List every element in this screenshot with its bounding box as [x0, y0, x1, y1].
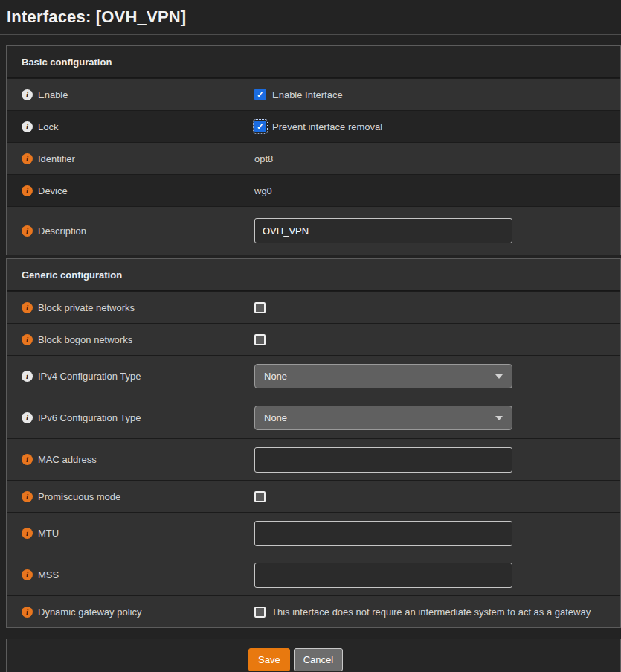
form-row-promiscuous-mode: iPromiscuous mode	[7, 480, 620, 512]
form-row-mtu: iMTU	[7, 512, 620, 554]
form-row-enable: iEnable✓Enable Interface	[7, 78, 620, 110]
info-icon[interactable]: i	[22, 334, 33, 345]
ipv6-configuration-type-label-col: iIPv6 Configuration Type	[22, 412, 254, 423]
save-button[interactable]: Save	[248, 648, 290, 671]
ipv6-configuration-type-control-col: None	[254, 406, 620, 430]
mss-label: MSS	[38, 569, 59, 580]
block-bogon-networks-label-col: iBlock bogon networks	[22, 334, 254, 345]
section-title: Basic configuration	[7, 46, 620, 78]
device-label-col: iDevice	[22, 185, 254, 196]
info-icon[interactable]: i	[22, 89, 33, 100]
info-icon[interactable]: i	[22, 302, 33, 313]
cancel-button[interactable]: Cancel	[294, 648, 343, 671]
description-input[interactable]	[254, 218, 512, 243]
form-row-block-private-networks: iBlock private networks	[7, 291, 620, 323]
mac-address-label: MAC address	[38, 454, 97, 465]
enable-control-col: ✓Enable Interface	[254, 89, 620, 100]
lock-label-col: iLock	[22, 121, 254, 132]
form-row-lock: iLock✓Prevent interface removal	[7, 110, 620, 142]
device-control-col: wg0	[254, 185, 620, 196]
block-bogon-networks-label: Block bogon networks	[38, 334, 132, 345]
page-title: Interfaces: [OVH_VPN]	[0, 0, 621, 35]
form-row-dynamic-gateway-policy: iDynamic gateway policyThis interface do…	[7, 595, 620, 627]
identifier-label-col: iIdentifier	[22, 153, 254, 164]
ipv4-configuration-type-control-col: None	[254, 364, 620, 388]
promiscuous-mode-control-col	[254, 491, 620, 502]
form-row-device: iDevicewg0	[7, 174, 620, 206]
ipv4-configuration-type-select[interactable]: None	[254, 364, 512, 388]
info-icon[interactable]: i	[22, 371, 33, 382]
lock-checkbox-label: Prevent interface removal	[272, 121, 382, 132]
dynamic-gateway-policy-control-col: This interface does not require an inter…	[254, 607, 620, 618]
mac-address-label-col: iMAC address	[22, 454, 254, 465]
info-icon[interactable]: i	[22, 528, 33, 539]
dynamic-gateway-policy-checkbox[interactable]	[254, 607, 266, 618]
info-icon[interactable]: i	[22, 569, 33, 580]
identifier-control-col: opt8	[254, 153, 620, 164]
form-row-block-bogon-networks: iBlock bogon networks	[7, 323, 620, 355]
info-icon[interactable]: i	[22, 607, 33, 618]
info-icon[interactable]: i	[22, 153, 33, 164]
enable-label: Enable	[38, 89, 68, 100]
promiscuous-mode-label: Promiscuous mode	[38, 491, 120, 502]
description-label: Description	[38, 225, 86, 237]
ipv6-configuration-type-select[interactable]: None	[254, 406, 512, 430]
enable-label-col: iEnable	[22, 89, 254, 100]
block-private-networks-checkbox[interactable]	[254, 302, 266, 313]
mtu-input[interactable]	[254, 521, 512, 546]
mac-address-control-col	[254, 447, 620, 473]
block-bogon-networks-control-col	[254, 334, 620, 345]
section-title: Generic configuration	[7, 259, 620, 291]
ipv6-configuration-type-label: IPv6 Configuration Type	[38, 412, 141, 423]
ipv6-configuration-type-select-value: None	[264, 412, 287, 423]
lock-control-col: ✓Prevent interface removal	[254, 121, 620, 132]
mss-label-col: iMSS	[22, 569, 254, 580]
dynamic-gateway-policy-label-col: iDynamic gateway policy	[22, 607, 254, 618]
section-panel-1: Basic configurationiEnable✓Enable Interf…	[6, 45, 621, 255]
form-actions: Save Cancel	[6, 639, 621, 672]
promiscuous-mode-label-col: iPromiscuous mode	[22, 491, 254, 502]
chevron-down-icon	[495, 374, 503, 379]
form-row-mac-address: iMAC address	[7, 438, 620, 480]
description-label-col: iDescription	[22, 225, 254, 237]
form-row-identifier: iIdentifieropt8	[7, 142, 620, 174]
lock-checkbox[interactable]: ✓	[254, 121, 266, 132]
block-private-networks-label: Block private networks	[38, 302, 135, 313]
info-icon[interactable]: i	[22, 412, 33, 423]
form-sections: Basic configurationiEnable✓Enable Interf…	[0, 45, 621, 628]
dynamic-gateway-policy-checkbox-label: This interface does not require an inter…	[271, 607, 591, 618]
promiscuous-mode-checkbox[interactable]	[254, 491, 266, 502]
identifier-label: Identifier	[38, 153, 75, 164]
section-panel-2: Generic configurationiBlock private netw…	[6, 258, 621, 628]
form-row-mss: iMSS	[7, 554, 620, 595]
dynamic-gateway-policy-label: Dynamic gateway policy	[38, 607, 141, 618]
ipv4-configuration-type-label-col: iIPv4 Configuration Type	[22, 371, 254, 382]
identifier-value: opt8	[254, 153, 273, 164]
ipv4-configuration-type-select-value: None	[264, 371, 287, 382]
device-label: Device	[38, 185, 68, 196]
info-icon[interactable]: i	[22, 454, 33, 465]
description-control-col	[254, 218, 620, 243]
mss-input[interactable]	[254, 563, 512, 588]
form-row-ipv6-configuration-type: iIPv6 Configuration TypeNone	[7, 397, 620, 438]
info-icon[interactable]: i	[22, 121, 33, 132]
mtu-control-col	[254, 521, 620, 546]
device-value: wg0	[254, 185, 272, 196]
block-private-networks-label-col: iBlock private networks	[22, 302, 254, 313]
ipv4-configuration-type-label: IPv4 Configuration Type	[38, 371, 141, 382]
chevron-down-icon	[495, 416, 503, 420]
mss-control-col	[254, 563, 620, 588]
mac-address-input[interactable]	[254, 447, 512, 473]
mtu-label: MTU	[38, 528, 59, 539]
block-bogon-networks-checkbox[interactable]	[254, 334, 266, 345]
form-row-ipv4-configuration-type: iIPv4 Configuration TypeNone	[7, 355, 620, 397]
lock-label: Lock	[38, 121, 58, 132]
info-icon[interactable]: i	[22, 491, 33, 502]
block-private-networks-control-col	[254, 302, 620, 313]
form-row-description: iDescription	[7, 206, 620, 255]
info-icon[interactable]: i	[22, 225, 33, 237]
enable-checkbox-label: Enable Interface	[272, 89, 343, 100]
info-icon[interactable]: i	[22, 185, 33, 196]
mtu-label-col: iMTU	[22, 528, 254, 539]
enable-checkbox[interactable]: ✓	[254, 89, 266, 100]
